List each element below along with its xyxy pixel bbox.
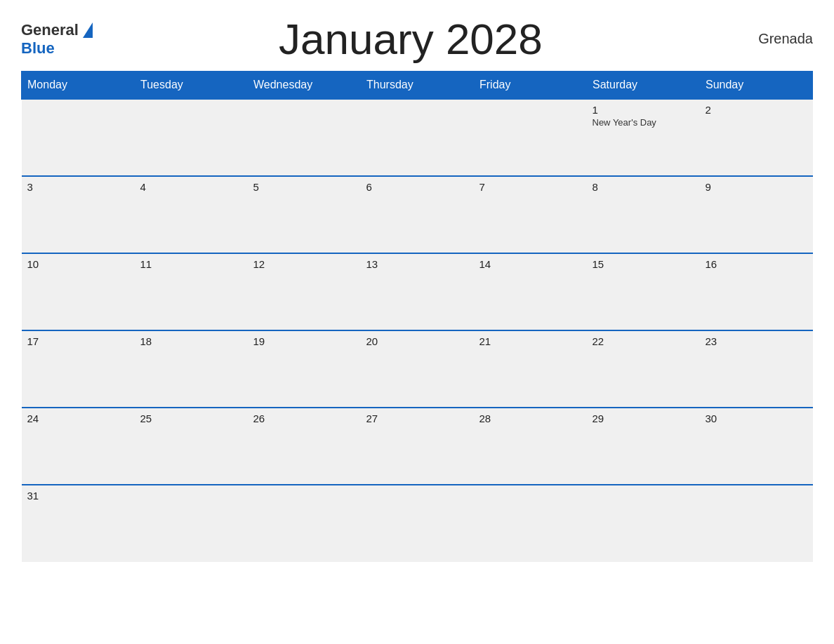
- day-number: 6: [366, 181, 468, 193]
- calendar-day-cell: [587, 485, 700, 562]
- calendar-day-cell: [135, 485, 248, 562]
- day-number: 28: [479, 412, 581, 424]
- calendar-body: 1New Year's Day2345678910111213141516171…: [22, 99, 813, 562]
- calendar-day-cell: 3: [22, 176, 135, 253]
- logo: General Blue: [21, 21, 93, 58]
- calendar-day-cell: 17: [22, 330, 135, 408]
- logo-blue-text: Blue: [21, 39, 55, 58]
- day-number: 10: [27, 258, 129, 270]
- day-number: 5: [253, 181, 355, 193]
- calendar-day-cell: [248, 485, 361, 562]
- calendar-day-cell: 20: [361, 330, 474, 408]
- day-number: 13: [366, 258, 468, 270]
- day-number: 17: [27, 335, 129, 347]
- calendar-day-cell: 2: [700, 99, 813, 176]
- day-number: 9: [706, 181, 807, 193]
- calendar-week-row: 3456789: [22, 176, 813, 253]
- calendar-day-cell: 7: [474, 176, 587, 253]
- country-label: Grenada: [729, 31, 813, 47]
- calendar-table: Monday Tuesday Wednesday Thursday Friday…: [21, 71, 813, 562]
- calendar-day-cell: 18: [135, 330, 248, 408]
- calendar-day-cell: [22, 99, 135, 176]
- calendar-day-cell: 11: [135, 253, 248, 330]
- header-friday: Friday: [474, 72, 587, 100]
- calendar-day-cell: [361, 99, 474, 176]
- day-number: 4: [140, 181, 242, 193]
- header-thursday: Thursday: [361, 72, 474, 100]
- calendar-week-row: 31: [22, 485, 813, 562]
- day-number: 25: [140, 412, 242, 424]
- calendar-day-cell: 30: [700, 408, 813, 485]
- day-number: 8: [593, 181, 694, 193]
- day-number: 30: [706, 412, 807, 424]
- page: General Blue January 2028 Grenada Monday…: [0, 0, 834, 644]
- calendar-day-cell: 12: [248, 253, 361, 330]
- calendar-day-cell: 25: [135, 408, 248, 485]
- day-number: 19: [253, 335, 355, 347]
- day-number: 16: [706, 258, 807, 270]
- calendar-day-cell: 5: [248, 176, 361, 253]
- day-number: 22: [593, 335, 694, 347]
- calendar-day-cell: 19: [248, 330, 361, 408]
- calendar-header: Monday Tuesday Wednesday Thursday Friday…: [22, 72, 813, 100]
- day-number: 18: [140, 335, 242, 347]
- weekday-header-row: Monday Tuesday Wednesday Thursday Friday…: [22, 72, 813, 100]
- day-number: 11: [140, 258, 242, 270]
- day-number: 27: [366, 412, 468, 424]
- calendar-day-cell: 4: [135, 176, 248, 253]
- calendar-day-cell: 29: [587, 408, 700, 485]
- day-number: 26: [253, 412, 355, 424]
- calendar-day-cell: 28: [474, 408, 587, 485]
- header-tuesday: Tuesday: [135, 72, 248, 100]
- day-number: 7: [479, 181, 581, 193]
- calendar-day-cell: 31: [22, 485, 135, 562]
- calendar-day-cell: 27: [361, 408, 474, 485]
- logo-triangle-icon: [83, 22, 93, 38]
- day-number: 1: [593, 104, 694, 116]
- header-sunday: Sunday: [700, 72, 813, 100]
- calendar-day-cell: 8: [587, 176, 700, 253]
- logo-general-text: General: [21, 21, 79, 39]
- day-number: 14: [479, 258, 581, 270]
- calendar-week-row: 10111213141516: [22, 253, 813, 330]
- day-number: 3: [27, 181, 129, 193]
- calendar-day-cell: 21: [474, 330, 587, 408]
- header: General Blue January 2028 Grenada: [21, 14, 813, 64]
- day-number: 20: [366, 335, 468, 347]
- calendar-week-row: 24252627282930: [22, 408, 813, 485]
- header-wednesday: Wednesday: [248, 72, 361, 100]
- calendar-day-cell: [474, 99, 587, 176]
- calendar-day-cell: 23: [700, 330, 813, 408]
- calendar-day-cell: 15: [587, 253, 700, 330]
- holiday-name: New Year's Day: [593, 117, 694, 128]
- calendar-day-cell: 6: [361, 176, 474, 253]
- calendar-day-cell: 26: [248, 408, 361, 485]
- calendar-day-cell: 24: [22, 408, 135, 485]
- calendar-week-row: 17181920212223: [22, 330, 813, 408]
- calendar-day-cell: 10: [22, 253, 135, 330]
- page-title: January 2028: [93, 14, 729, 64]
- day-number: 24: [27, 412, 129, 424]
- calendar-day-cell: [361, 485, 474, 562]
- header-monday: Monday: [22, 72, 135, 100]
- calendar-day-cell: [700, 485, 813, 562]
- calendar-day-cell: 9: [700, 176, 813, 253]
- calendar-day-cell: [474, 485, 587, 562]
- calendar-day-cell: 14: [474, 253, 587, 330]
- calendar-day-cell: [135, 99, 248, 176]
- day-number: 31: [27, 490, 129, 502]
- day-number: 21: [479, 335, 581, 347]
- day-number: 2: [706, 104, 807, 116]
- day-number: 12: [253, 258, 355, 270]
- calendar-day-cell: 22: [587, 330, 700, 408]
- day-number: 23: [706, 335, 807, 347]
- day-number: 29: [593, 412, 694, 424]
- calendar-week-row: 1New Year's Day2: [22, 99, 813, 176]
- calendar-day-cell: [248, 99, 361, 176]
- calendar-day-cell: 1New Year's Day: [587, 99, 700, 176]
- calendar-day-cell: 16: [700, 253, 813, 330]
- day-number: 15: [593, 258, 694, 270]
- calendar-day-cell: 13: [361, 253, 474, 330]
- header-saturday: Saturday: [587, 72, 700, 100]
